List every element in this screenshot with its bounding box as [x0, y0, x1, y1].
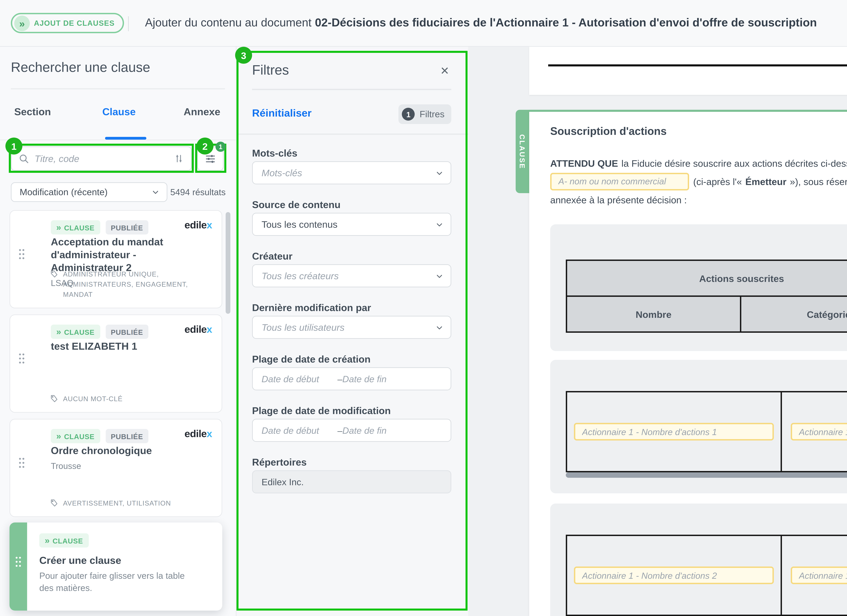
tag-icon: [49, 499, 58, 508]
tab-annexe[interactable]: Annexe: [184, 106, 220, 117]
annotation-box-1: [9, 144, 194, 173]
emetteur: Émetteur: [745, 176, 786, 187]
categorie-input[interactable]: [799, 570, 847, 581]
page-title: Ajouter du contenu au document 02-Décisi…: [145, 0, 817, 46]
shares-header-table: Actions souscrites Prix unitaire Nombre …: [566, 260, 847, 333]
table-header-categorie: Catégorie: [741, 297, 847, 331]
clause-card-tags: AVERTISSEMENT, UTILISATION: [63, 498, 171, 508]
annotation-circle-3: 3: [235, 47, 252, 64]
nombre-field[interactable]: [574, 567, 774, 584]
issuer-name-input[interactable]: [558, 176, 681, 186]
nombre-input[interactable]: [582, 427, 766, 437]
double-chevron-icon: »: [14, 15, 30, 31]
clause-card-title: test ELIZABETH 1: [51, 340, 197, 352]
double-chevron-icon: »: [56, 222, 61, 232]
edilex-logo: edilex: [184, 428, 212, 439]
sort-select-value: Modification (récente): [20, 187, 151, 197]
annotation-box-3: [236, 51, 468, 610]
create-clause-title: Créer une clause: [39, 554, 213, 566]
horizontal-scrollbar-thumb[interactable]: [566, 472, 847, 478]
nombre-field[interactable]: [574, 423, 774, 440]
results-count: 5494 résultats: [161, 182, 226, 202]
clause-type-badge: »CLAUSE: [51, 325, 100, 339]
guillemet-close: »: [782, 595, 847, 607]
categorie-input[interactable]: [799, 427, 847, 437]
categorie-field[interactable]: [791, 567, 847, 584]
clause-card[interactable]: »CLAUSE PUBLIÉE edilex test ELIZABETH 1 …: [9, 315, 222, 413]
clause-type-badge: »CLAUSE: [51, 220, 100, 235]
issuer-name-field[interactable]: [550, 173, 689, 190]
annotation-circle-2: 2: [196, 137, 214, 155]
annotation-circle-1: 1: [6, 137, 22, 155]
guillemet-close: »: [782, 451, 847, 463]
status-badge: PUBLIÉE: [105, 220, 148, 235]
table-header-actions-souscrites: Actions souscrites: [567, 261, 847, 295]
nombre-input[interactable]: [582, 570, 766, 581]
active-filter-count-badge: 1: [215, 142, 226, 152]
double-chevron-icon: »: [56, 431, 61, 441]
divider: [11, 88, 225, 89]
sidebar-heading: Rechercher une clause: [11, 60, 150, 75]
double-chevron-icon: »: [56, 326, 61, 337]
clause-paragraph: ATTENDU QUE la Fiducie désire souscrire …: [550, 154, 847, 209]
categorie-field[interactable]: [791, 423, 847, 440]
create-clause-card[interactable]: »CLAUSE Créer une clause Pour ajouter fa…: [9, 523, 222, 610]
clause-card[interactable]: »CLAUSE PUBLIÉE edilex Ordre chronologiq…: [9, 419, 222, 517]
drag-handle-icon[interactable]: [18, 458, 25, 468]
chevron-down-icon: [151, 188, 160, 196]
nombre-cell: [567, 536, 781, 615]
drag-handle-icon[interactable]: [18, 353, 25, 364]
clause-card[interactable]: »CLAUSE PUBLIÉE edilex Acceptation du ma…: [9, 210, 222, 308]
shares-row-table-viewport: « »: [566, 391, 847, 472]
clause-block: Souscription d'actions ATTENDU QUE la Fi…: [529, 110, 847, 616]
shares-row-block: « »: [550, 504, 847, 616]
drag-handle-icon[interactable]: [15, 556, 22, 567]
badge-label: AJOUT DE CLAUSES: [34, 19, 115, 27]
sidebar-scrollbar-thumb[interactable]: [226, 212, 230, 314]
clause-card-tags: ADMINISTRATEUR UNIQUE, ADMINISTRATEURS, …: [63, 269, 212, 300]
clause-card-subtitle: Trousse: [51, 461, 197, 471]
tag-icon: [49, 270, 58, 300]
tab-clause[interactable]: Clause: [102, 106, 136, 117]
status-badge: PUBLIÉE: [105, 325, 148, 339]
double-chevron-icon: »: [45, 535, 50, 545]
shares-table-block: Actions souscrites Prix unitaire Nombre …: [550, 224, 847, 351]
clause-card-title: Acceptation du mandat d'administrateur -…: [51, 235, 197, 274]
app-window: » AJOUT DE CLAUSES Ajouter du contenu au…: [0, 0, 847, 616]
clause-type-badge: »CLAUSE: [39, 533, 89, 548]
clause-card-title: Ordre chronologique: [51, 444, 197, 457]
shares-row-table: « »: [566, 535, 847, 616]
edilex-logo: edilex: [184, 323, 212, 335]
shares-row-table: « »: [566, 391, 847, 472]
tab-section[interactable]: Section: [14, 106, 51, 117]
document-editor-area: CLAUSE Souscription d'actions ATTENDU QU…: [468, 46, 847, 616]
categorie-cell: « »: [782, 536, 847, 615]
attendu-que: ATTENDU QUE: [550, 158, 618, 168]
clause-search-sidebar: Rechercher une clause Section Clause Ann…: [0, 46, 236, 616]
paragraph-text: (ci-après l'«: [693, 176, 742, 187]
clause-type-badge: »CLAUSE: [51, 429, 100, 443]
shares-row-block: « »: [550, 360, 847, 493]
document-page: [529, 46, 847, 95]
tag-icon: [49, 394, 58, 404]
paragraph-text: »), sous réserve des conditions prévues …: [790, 176, 847, 187]
status-badge: PUBLIÉE: [105, 429, 148, 443]
create-card-stripe: [9, 523, 27, 610]
top-header: » AJOUT DE CLAUSES Ajouter du contenu au…: [0, 0, 847, 47]
clause-title: Souscription d'actions: [550, 126, 667, 137]
paragraph-text: annexée à la présente décision :: [550, 194, 687, 205]
page-title-prefix: Ajouter du contenu au document: [145, 16, 311, 30]
active-tab-underline: [105, 137, 146, 140]
document-horizontal-rule: [548, 64, 847, 66]
clause-side-tab[interactable]: CLAUSE: [516, 110, 529, 193]
ajout-de-clauses-badge: » AJOUT DE CLAUSES: [11, 13, 124, 33]
header-divider: [128, 16, 129, 31]
guillemet-open: «: [782, 544, 847, 556]
drag-handle-icon[interactable]: [18, 249, 25, 260]
paragraph-text: la Fiducie désire souscrire aux actions …: [621, 158, 847, 168]
sort-select[interactable]: Modification (récente): [11, 182, 167, 202]
document-name: 02-Décisions des fiduciaires de l'Action…: [315, 16, 817, 30]
create-clause-description: Pour ajouter faire glisser vers la table…: [39, 570, 199, 594]
nombre-cell: [567, 392, 781, 471]
categorie-cell: « »: [782, 392, 847, 471]
